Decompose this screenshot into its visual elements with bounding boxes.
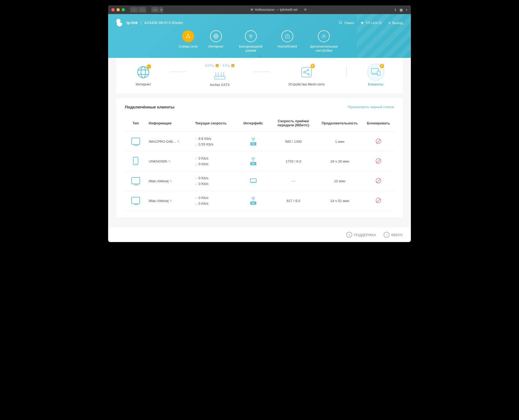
address-bar[interactable]: ⛨ Небезопасно — tplinkwifi.net ⟳ [165,8,392,12]
cell-info: UNKNOWN ✎ [147,151,193,171]
svg-rect-14 [214,76,225,79]
nav-buttons: ‹ › [130,7,146,12]
block-icon[interactable] [376,198,381,203]
edit-icon[interactable]: ✎ [168,160,171,163]
check-icon: ✓ [147,64,151,69]
sidebar-icon: ▭ [151,7,159,12]
share-icon[interactable]: ⇪ [394,8,397,12]
block-icon[interactable] [376,138,381,144]
headset-icon: ♫ [346,232,352,238]
table-row: iMac-Aleksej ✎ ↑ 0 Kb/s ↓ 0 Kb/s 5G 817 … [125,191,394,211]
nav-network-map[interactable]: Схема сети [179,30,198,52]
wifi-5g-icon: 5G [250,137,256,145]
svg-point-11 [141,67,146,78]
arrow-up-icon: ↑ [384,232,390,238]
support-button[interactable]: ♫ ПОДДЕРЖКА [346,232,376,238]
table-row: UNKNOWN ✎ ↑ 0 Kb/s ↓ 0 Kb/s 5G 1733 / 6.… [125,151,394,171]
cell-duration: 1 мин [317,132,363,151]
tplink-logo-icon [116,19,124,27]
logout-icon: ⎋ [388,21,391,25]
nav-advanced[interactable]: Дополнительные настройки [308,30,340,52]
nav-internet[interactable]: Интернет [208,30,224,52]
svg-line-1 [341,23,342,24]
cell-negotiated: 817 / 6.0 [270,191,317,211]
forward-button[interactable]: › [138,7,146,12]
cell-type [125,132,147,151]
search-button[interactable]: Поиск [338,21,354,25]
svg-line-26 [305,73,308,74]
topo-router[interactable]: 2,4 ГГц 📶 | 5 ГГц 📶 Archer AX73 [205,64,234,87]
cell-interface [236,171,270,191]
cell-speed: ↑ 0 Kb/s ↓ 0 Kb/s [193,171,236,191]
arrow-up-icon: ↑ [195,196,197,200]
svg-point-0 [339,21,341,24]
homeshield-icon [281,30,293,42]
security-label: Небезопасно [255,8,275,12]
topo-clients[interactable]: 4 Клиенты [368,65,383,86]
cell-info: iMac-Aleksej ✎ [147,191,193,211]
cell-duration: 18 ч 28 мин [317,151,363,171]
cell-type [125,151,147,171]
logout-button[interactable]: ⎋ Выход [388,21,403,25]
top-button[interactable]: ↑ ВВЕРХ [384,232,403,238]
desktop-icon [131,197,140,204]
cell-interface: 5G [236,191,270,211]
sidebar-toggle[interactable]: ▭ ▾ [151,7,163,12]
svg-point-32 [253,200,254,200]
cell-block [363,151,394,171]
clients-card: Подключённые клиенты Просмотреть черный … [116,98,403,217]
svg-point-19 [216,77,217,78]
url-text: tplinkwifi.net [280,8,297,12]
edit-icon[interactable]: ✎ [169,199,172,203]
tplink-id-button[interactable]: ❖ TP-Link ID [361,21,382,25]
gear-icon [318,30,330,42]
nav-wireless[interactable]: Беспроводной режим [235,30,267,52]
router-icon [212,71,227,80]
reload-icon[interactable]: ⟳ [304,8,307,12]
tabs-icon[interactable]: ▦ [400,8,403,12]
cell-block [363,191,394,211]
cell-duration: 10 мин [317,171,363,191]
main-nav: Схема сети Интернет Беспроводной режим H… [116,27,403,58]
client-count-badge: 4 [380,64,384,68]
svg-point-9 [323,35,325,37]
col-info: Информация [147,115,193,132]
cell-negotiated: 585 / 1300 [270,132,317,151]
nav-homeshield[interactable]: HomeShield [278,30,297,52]
svg-point-23 [307,69,309,71]
svg-point-30 [253,141,254,141]
mesh-count-badge: 0 [311,64,315,68]
svg-rect-29 [377,71,380,75]
svg-point-31 [253,160,254,161]
new-tab-icon[interactable]: + [405,8,408,12]
svg-point-20 [217,77,218,78]
desktop-icon [131,177,140,184]
wifi-5g-icon: 5G [250,197,256,205]
topo-mesh[interactable]: 0 Устройства Mesh-сети [288,65,325,86]
network-map-icon [182,30,194,42]
block-icon[interactable] [376,158,381,164]
clients-icon [370,66,382,78]
arrow-up-icon: ↑ [195,176,197,180]
block-icon[interactable] [376,178,381,183]
edit-icon[interactable]: ✎ [169,179,172,183]
blacklist-link[interactable]: Просмотреть черный список [348,105,394,109]
search-icon [338,21,343,25]
table-row: IMACPRO-D4E... ✎ ↑ 8.6 Kb/s ↓ 0.55 Kb/s … [125,132,394,151]
col-block: Блокировать [363,115,394,132]
edit-icon[interactable]: ✎ [177,140,180,144]
phone-icon [133,157,138,165]
arrow-up-icon: ↑ [195,137,197,141]
topology-card: ✓ Интернет 2,4 ГГц 📶 | 5 ГГц 📶 [116,58,403,93]
close-icon[interactable] [111,8,115,11]
cell-block [363,132,394,151]
content-area: ✓ Интернет 2,4 ГГц 📶 | 5 ГГц 📶 [108,58,411,227]
minimize-icon[interactable] [117,8,120,11]
topo-internet[interactable]: ✓ Интернет [136,65,151,86]
back-button[interactable]: ‹ [130,7,138,12]
maximize-icon[interactable] [122,8,125,11]
ethernet-icon [250,178,257,183]
cell-type [125,191,147,211]
footer: ♫ ПОДДЕРЖКА ↑ ВВЕРХ [108,227,411,242]
clients-table: Тип Информация Текущая скорость Интерфей… [125,115,394,211]
